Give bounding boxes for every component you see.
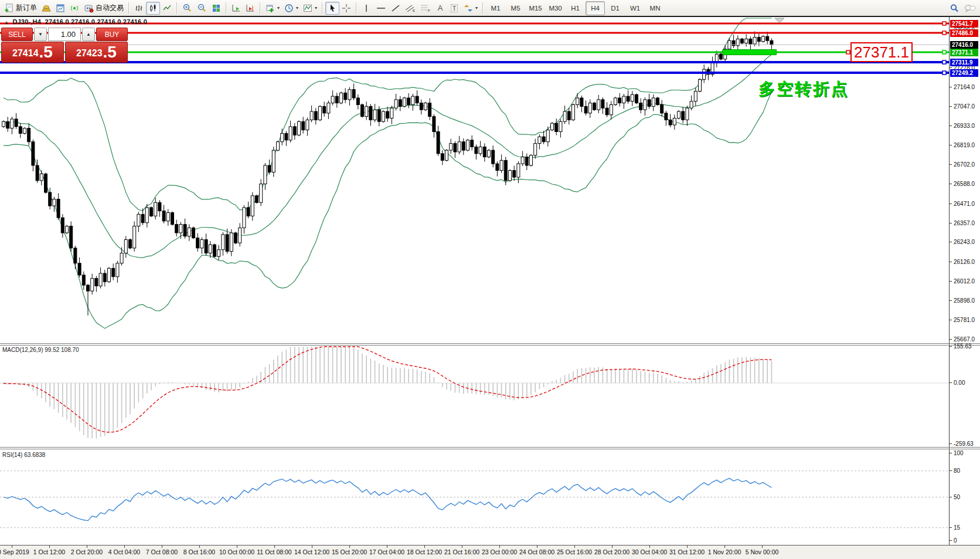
- candle-body: [87, 285, 90, 291]
- candle-body: [78, 263, 81, 275]
- timeframe-H4[interactable]: H4: [586, 1, 605, 15]
- new-order-button[interactable]: 新订单: [2, 2, 39, 15]
- pane-splitter[interactable]: [0, 449, 980, 449]
- pane-splitter[interactable]: [0, 343, 980, 344]
- timeframe-MN[interactable]: MN: [645, 1, 665, 15]
- candle-body: [538, 137, 541, 144]
- candle-body: [234, 233, 237, 243]
- time-tick: [87, 546, 87, 548]
- sell-button[interactable]: SELL: [1, 28, 33, 41]
- volume-increase-button[interactable]: ▲: [82, 28, 95, 41]
- candle-body: [19, 127, 22, 134]
- chart-shift-button[interactable]: [243, 2, 257, 15]
- price-axis[interactable]: 27500.027278.027164.027047.026933.026819…: [949, 17, 980, 545]
- candlestick-chart-button[interactable]: [146, 2, 160, 15]
- candle-body: [509, 171, 512, 181]
- candle-body: [327, 103, 330, 113]
- candle-body: [150, 208, 153, 216]
- candle-body: [631, 94, 634, 101]
- label-tool-button[interactable]: T: [447, 2, 461, 15]
- candle-body: [331, 96, 334, 103]
- candle-body: [196, 238, 199, 248]
- sell-price-button[interactable]: 27414 .5: [1, 42, 64, 63]
- svg-text:F: F: [428, 9, 430, 12]
- price-badge: 27486.0: [950, 29, 978, 37]
- candle-body: [243, 208, 246, 228]
- candle-body: [23, 128, 26, 134]
- price-tick: 26819.0: [954, 142, 975, 148]
- market-watch-button[interactable]: [53, 2, 67, 15]
- time-tick: [12, 546, 12, 548]
- tile-windows-button[interactable]: [209, 2, 223, 15]
- vertical-line-tool-button[interactable]: [359, 2, 373, 15]
- signals-button[interactable]: [67, 2, 81, 15]
- vertical-line-icon: [362, 4, 370, 13]
- candle-body: [124, 239, 127, 253]
- zoom-in-button[interactable]: [180, 2, 195, 15]
- candle-body: [458, 142, 461, 152]
- price-tick: 26357.0: [954, 220, 975, 226]
- candle-body: [61, 218, 64, 233]
- new-chart-menu-button[interactable]: ▾: [263, 2, 282, 15]
- autotrade-label: 自动交易: [96, 3, 124, 13]
- level-line-marker: [942, 71, 946, 74]
- candle-body: [390, 108, 393, 118]
- search-button[interactable]: [947, 2, 962, 15]
- timeframe-W1[interactable]: W1: [625, 1, 645, 15]
- text-tool-button[interactable]: A: [433, 2, 447, 15]
- bar-chart-button[interactable]: [132, 2, 146, 15]
- trendline-tool-button[interactable]: [389, 2, 403, 15]
- volume-input[interactable]: [48, 28, 81, 41]
- candle-body: [200, 239, 203, 248]
- price-badge: 27249.2: [950, 69, 978, 77]
- chat-icon: [964, 4, 976, 13]
- autotrade-button[interactable]: 自动交易: [81, 2, 126, 15]
- candle-body: [450, 144, 452, 151]
- timeframe-M30[interactable]: M30: [546, 1, 565, 15]
- pane-splitter[interactable]: [0, 447, 980, 448]
- line-chart-icon: [162, 4, 172, 13]
- pane-splitter[interactable]: [0, 345, 980, 345]
- candle-body: [492, 150, 495, 164]
- bollinger-lower-band: [4, 92, 771, 328]
- arrows-tool-button[interactable]: ▾: [461, 2, 480, 15]
- candle-body: [289, 127, 292, 140]
- candle-body: [690, 101, 693, 109]
- candle-body: [166, 212, 169, 221]
- candle-body: [40, 174, 43, 181]
- time-label: 5 Nov 00:00: [736, 548, 788, 555]
- chat-button[interactable]: [962, 2, 978, 15]
- timeframe-M5[interactable]: M5: [506, 1, 525, 15]
- buy-price-button[interactable]: 27423 .5: [65, 42, 128, 63]
- clock-icon: [284, 4, 294, 13]
- timeframe-M1[interactable]: M1: [486, 1, 505, 15]
- auto-scroll-button[interactable]: [229, 2, 243, 15]
- indicators-menu-button[interactable]: ▾: [301, 2, 319, 15]
- candle-body: [205, 239, 207, 253]
- cursor-tool-button[interactable]: [325, 2, 339, 15]
- channel-tool-button[interactable]: E: [403, 2, 418, 15]
- fibonacci-tool-button[interactable]: F: [418, 2, 433, 15]
- crosshair-tool-button[interactable]: [339, 2, 353, 15]
- price-tick: 26933.0: [954, 123, 975, 129]
- candle-body: [467, 140, 469, 150]
- funds-button[interactable]: [39, 2, 53, 15]
- zoom-out-button[interactable]: [195, 2, 209, 15]
- time-tick: [424, 546, 425, 548]
- volume-decrease-button[interactable]: ▼: [34, 28, 47, 41]
- timeframe-D1[interactable]: D1: [605, 1, 625, 15]
- buy-button[interactable]: BUY: [96, 28, 128, 41]
- time-axis[interactable]: 30 Sep 20191 Oct 12:002 Oct 20:004 Oct 0…: [0, 545, 980, 559]
- time-tick: [274, 546, 275, 548]
- timeframe-H1[interactable]: H1: [566, 1, 585, 15]
- line-chart-button[interactable]: [160, 2, 174, 15]
- candle-body: [753, 37, 756, 44]
- time-tick: [124, 546, 125, 548]
- macd-tick: -259.63: [954, 441, 974, 447]
- timeframe-M15[interactable]: M15: [526, 1, 545, 15]
- horizontal-line-tool-button[interactable]: [373, 2, 389, 15]
- period-menu-button[interactable]: ▾: [282, 2, 301, 15]
- candle-body: [597, 100, 600, 110]
- text-tool-icon: A: [438, 4, 443, 12]
- price-badge: 27541.7: [950, 20, 978, 28]
